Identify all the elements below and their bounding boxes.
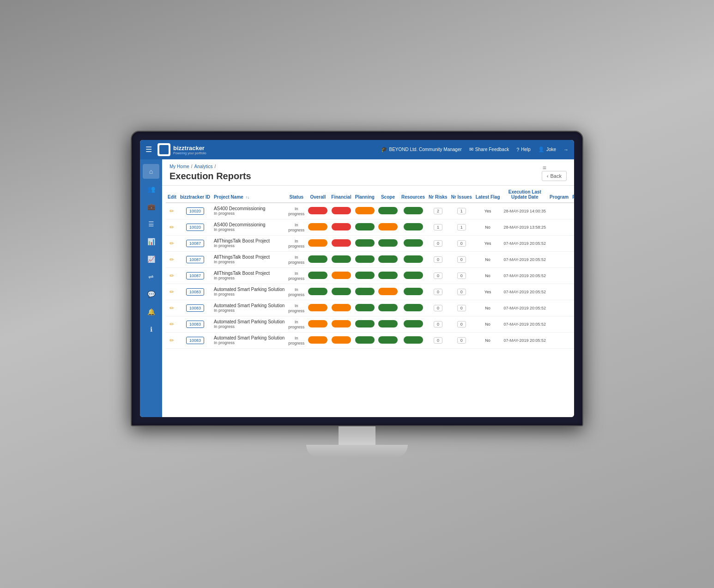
monitor-screen: ☰ bizztracker Powering your portfolio 🎓 … [131, 131, 583, 426]
latest-flag: No [485, 257, 490, 262]
table-row: ✏10087AllThingsTalk Boost ProjectIn prog… [166, 251, 574, 267]
project-name: Automated Smart Parking Solution [214, 319, 284, 324]
monitor-stand-base [306, 445, 408, 458]
overall-pill [308, 288, 327, 295]
table-row: ✏10083Automated Smart Parking SolutionIn… [166, 300, 574, 316]
resources-pill [404, 207, 423, 214]
sidebar-item-charts[interactable]: 📈 [143, 252, 159, 267]
latest-flag: No [485, 306, 490, 310]
table-row: ✏10083Automated Smart Parking SolutionIn… [166, 284, 574, 300]
sidebar-item-notifications[interactable]: 🔔 [143, 304, 159, 319]
latest-flag: No [485, 225, 490, 230]
project-status: In progress [214, 340, 284, 345]
menu-dots-icon[interactable]: ≡ [543, 164, 546, 171]
col-region: Region [570, 186, 574, 203]
breadcrumb-home[interactable]: My Home [169, 164, 189, 169]
status-text: In progress [288, 336, 304, 346]
overall-pill [308, 336, 327, 344]
bizztracker-id-badge: 10083 [186, 321, 204, 328]
overall-pill [308, 304, 327, 311]
bizztracker-id-badge: 10083 [186, 288, 204, 296]
nav-feedback[interactable]: ✉ Share Feedback [469, 146, 509, 152]
execution-reports-table: Edit bizztracker ID Project Name ↑↓ Stat… [166, 186, 574, 349]
col-nr-risks: Nr Risks [427, 186, 449, 203]
scope-pill [378, 320, 398, 327]
nr-issues-badge: 1 [457, 208, 466, 214]
sidebar-item-messages[interactable]: 💬 [143, 287, 159, 302]
nr-risks-badge: 0 [434, 240, 442, 247]
status-text: In progress [288, 255, 304, 265]
chevron-left-icon: ‹ [547, 173, 549, 179]
table-row: ✏10020AS400 DecommissioningIn progressIn… [166, 219, 574, 235]
scope-pill [378, 207, 398, 214]
financial-pill [332, 255, 351, 263]
sidebar-item-analytics[interactable]: 📊 [143, 234, 159, 249]
latest-flag: No [485, 273, 490, 278]
edit-icon[interactable]: ✏ [169, 289, 174, 295]
edit-icon[interactable]: ✏ [169, 256, 174, 263]
col-nr-issues: Nr Issues [449, 186, 474, 203]
project-name: Automated Smart Parking Solution [214, 287, 284, 292]
edit-icon[interactable]: ✏ [169, 208, 174, 214]
project-name: AS400 Decommissioning [214, 222, 284, 227]
edit-icon[interactable]: ✏ [169, 305, 174, 311]
scope-pill [378, 304, 398, 311]
bizztracker-id-badge: 10020 [186, 207, 204, 215]
col-resources: Resources [399, 186, 427, 203]
resources-pill [404, 288, 423, 295]
edit-icon[interactable]: ✏ [169, 321, 174, 327]
edit-icon[interactable]: ✏ [169, 337, 174, 344]
planning-pill [355, 239, 375, 247]
app-name: bizztracker [173, 145, 206, 152]
sidebar-item-filters[interactable]: ⇌ [143, 269, 159, 284]
sidebar-item-info[interactable]: ℹ [143, 322, 159, 337]
latest-flag: Yes [484, 241, 491, 246]
exec-date: 28-MAY-2019 14:00:35 [504, 209, 546, 213]
scope-pill [378, 239, 398, 247]
app-tagline: Powering your portfolio [173, 152, 206, 155]
exec-date: 07-MAY-2019 20:05:52 [504, 290, 546, 294]
page-title-row: Execution Reports ‹ Back [169, 171, 567, 182]
sidebar-item-home[interactable]: ⌂ [143, 164, 159, 179]
nr-issues-badge: 0 [457, 256, 466, 263]
bizztracker-id-badge: 10083 [186, 337, 204, 344]
nr-risks-badge: 1 [434, 224, 442, 230]
resources-pill [404, 223, 423, 230]
bizztracker-id-badge: 10083 [186, 304, 204, 312]
sidebar-item-users[interactable]: 👥 [143, 182, 159, 196]
table-container[interactable]: Edit bizztracker ID Project Name ↑↓ Stat… [162, 186, 574, 417]
project-status: In progress [214, 324, 284, 329]
sidebar-item-portfolio[interactable]: 💼 [143, 199, 159, 214]
nav-joke[interactable]: 👤 Joke [538, 146, 556, 152]
breadcrumb: My Home / Analytics / [169, 164, 567, 169]
col-bizztracker-id[interactable]: bizztracker ID [178, 186, 212, 203]
sidebar: ⌂ 👥 💼 ☰ 📊 📈 ⇌ 💬 🔔 ℹ [140, 159, 162, 417]
project-status: In progress [214, 292, 284, 297]
resources-pill [404, 320, 423, 327]
edit-icon[interactable]: ✏ [169, 273, 174, 279]
financial-pill [332, 239, 351, 247]
edit-icon[interactable]: ✏ [169, 240, 174, 247]
content-area: My Home / Analytics / Execution Reports … [162, 159, 574, 417]
hamburger-icon[interactable]: ☰ [145, 145, 152, 154]
financial-pill [332, 207, 351, 214]
col-project-name[interactable]: Project Name ↑↓ [212, 186, 286, 203]
latest-flag: Yes [484, 209, 491, 213]
nav-logout[interactable]: → [563, 147, 569, 152]
project-name: Automated Smart Parking Solution [214, 303, 284, 308]
project-status: In progress [214, 260, 284, 264]
nav-help[interactable]: ? Help [516, 147, 531, 152]
overall-pill [308, 207, 327, 214]
project-name: AllThingsTalk Boost Project [214, 238, 284, 243]
graduation-icon: 🎓 [381, 146, 387, 152]
back-button[interactable]: ‹ Back [542, 171, 567, 181]
breadcrumb-analytics[interactable]: Analytics [194, 164, 213, 169]
sidebar-item-reports[interactable]: ☰ [143, 217, 159, 231]
nr-issues-badge: 0 [457, 337, 466, 344]
top-nav: ☰ bizztracker Powering your portfolio 🎓 … [140, 140, 574, 159]
table-row: ✏10083Automated Smart Parking SolutionIn… [166, 332, 574, 348]
nr-risks-badge: 0 [434, 273, 442, 279]
overall-pill [308, 239, 327, 247]
scope-pill [378, 336, 398, 344]
edit-icon[interactable]: ✏ [169, 224, 174, 230]
